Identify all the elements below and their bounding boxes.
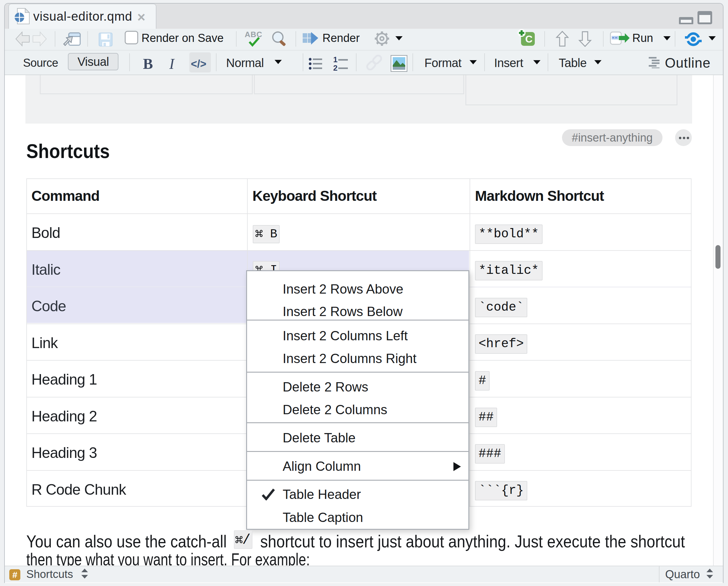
svg-text:Shortcuts: Shortcuts — [26, 140, 110, 162]
svg-text:then type what you want to ins: then type what you want to insert. For e… — [26, 550, 310, 567]
svg-text:C: C — [525, 33, 533, 45]
svg-text:2: 2 — [333, 64, 337, 71]
svg-text:shortcut to insert just about: shortcut to insert just about anything. … — [260, 532, 685, 551]
svg-text:1: 1 — [333, 56, 337, 64]
svg-text:You can also use the catch-all: You can also use the catch-all — [26, 532, 227, 551]
